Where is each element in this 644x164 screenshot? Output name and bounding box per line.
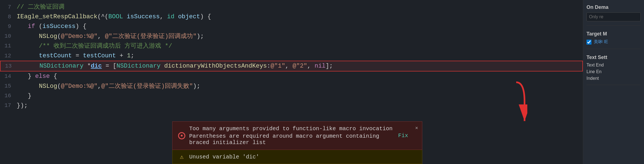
code-line-13: 13 NSDictionary *dic = [NSDictionary dic… xyxy=(0,61,583,71)
code-line-8: 8 IEagle_setRespCallback(^(BOOL isSucces… xyxy=(0,12,583,22)
on-demand-section: On Dema xyxy=(586,4,641,25)
code-line-7: 7 // 二次验证回调 xyxy=(0,2,583,12)
error-popup: ● Too many arguments provided to functio… xyxy=(172,121,422,164)
target-checkbox-row: 美啝 IE xyxy=(586,39,641,45)
code-line-10: 10 NSLog(@"Demo:%@", @"二次验证(登录验证)回调成功"); xyxy=(0,32,583,41)
line-number-10: 10 xyxy=(0,32,14,41)
target-members-title: Target M xyxy=(586,31,641,37)
code-content-12: testCount = testCount + 1; xyxy=(17,51,134,61)
target-checkbox-label: 美啝 IE xyxy=(594,39,608,45)
line-number-8: 8 xyxy=(0,12,14,21)
text-end-row: Text End xyxy=(586,63,641,68)
code-line-12: 12 testCount = testCount + 1; xyxy=(0,51,583,61)
line-number-15: 15 xyxy=(0,82,14,91)
code-editor: 7 // 二次验证回调 8 IEagle_setRespCallback(^(B… xyxy=(0,0,583,164)
code-content-14: } else { xyxy=(17,71,57,81)
code-content-11: /** 收到二次验证回调成功后 方可进入游戏 */ xyxy=(17,41,172,51)
red-arrow xyxy=(494,80,527,131)
error-circle-icon: ● xyxy=(180,133,183,138)
warning-item: ⚠ Unused variable 'dic' xyxy=(172,150,422,164)
error-item: ● Too many arguments provided to functio… xyxy=(172,121,422,150)
error-icon: ● xyxy=(178,132,185,139)
line-number-16: 16 xyxy=(0,91,14,100)
line-number-7: 7 xyxy=(0,3,14,12)
code-content-9: if (isSuccess) { xyxy=(17,22,86,31)
line-end-label: Line En xyxy=(586,69,601,74)
target-members-section: Target M 美啝 IE xyxy=(586,31,641,49)
line-number-17: 17 xyxy=(0,101,14,110)
close-button[interactable]: × xyxy=(415,125,418,131)
warning-text: Unused variable 'dic' xyxy=(189,154,259,160)
on-demand-input[interactable] xyxy=(586,12,641,21)
indent-row: Indent xyxy=(586,76,641,81)
line-number-11: 11 xyxy=(0,42,14,50)
code-line-11: 11 /** 收到二次验证回调成功后 方可进入游戏 */ xyxy=(0,41,583,51)
line-number-13: 13 xyxy=(1,62,14,71)
target-checkbox[interactable] xyxy=(586,40,591,45)
code-content-10: NSLog(@"Demo:%@", @"二次验证(登录验证)回调成功"); xyxy=(17,32,204,41)
warning-icon: ⚠ xyxy=(178,153,185,160)
code-content-13: NSDictionary *dic = [NSDictionary dictio… xyxy=(17,61,333,71)
error-line1: Too many arguments provided to function-… xyxy=(189,125,394,132)
code-content-17: }); xyxy=(17,101,28,111)
text-settings-title: Text Sett xyxy=(586,55,641,60)
line-number-12: 12 xyxy=(0,52,14,60)
line-number-14: 14 xyxy=(0,72,14,81)
fix-button[interactable]: Fix xyxy=(398,132,416,139)
code-content-15: NSLog(@"Demo:%@",@"二次验证(登录验证)回调失败"); xyxy=(17,81,200,91)
line-end-row: Line En xyxy=(586,69,641,74)
code-content-8: IEagle_setRespCallback(^(BOOL isSuccess,… xyxy=(17,12,211,22)
text-end-label: Text End xyxy=(586,63,604,68)
code-content-7: // 二次验证回调 xyxy=(17,2,64,12)
code-line-9: 9 if (isSuccess) { xyxy=(0,22,583,31)
code-content-16: } xyxy=(17,91,31,101)
on-demand-title: On Dema xyxy=(586,4,641,10)
error-line2: Parentheses are required around macro ar… xyxy=(189,133,394,146)
line-number-9: 9 xyxy=(0,22,14,31)
indent-label: Indent xyxy=(586,76,599,81)
text-settings-section: Text Sett Text End Line En Indent xyxy=(586,55,641,85)
right-sidebar: On Dema Target M 美啝 IE Text Sett Text En… xyxy=(583,0,644,164)
error-lines: Too many arguments provided to function-… xyxy=(189,125,394,146)
